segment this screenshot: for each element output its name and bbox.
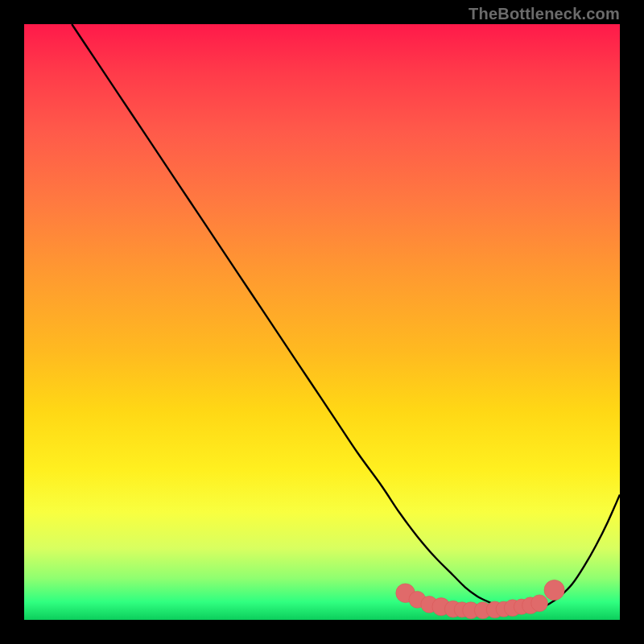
marker-dot	[531, 595, 548, 612]
bottleneck-curve	[72, 24, 620, 610]
trough-markers	[396, 580, 564, 618]
marker-dot	[544, 580, 564, 600]
watermark-label: TheBottleneck.com	[469, 5, 620, 23]
chart-svg	[24, 24, 620, 620]
chart-frame: TheBottleneck.com	[0, 0, 644, 644]
plot-area	[24, 24, 620, 620]
